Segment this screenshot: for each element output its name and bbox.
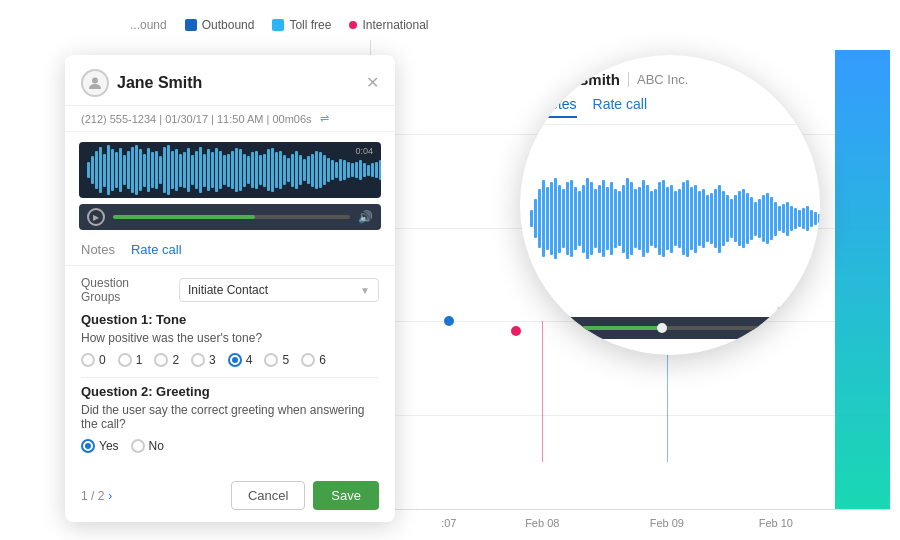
svg-point-0	[92, 78, 98, 84]
radio-1-circle	[118, 353, 132, 367]
legend-bar: ...ound Outbound Toll free International	[130, 18, 429, 32]
radio-6-circle	[301, 353, 315, 367]
zoom-company: ABC Inc.	[628, 72, 688, 87]
volume-button[interactable]: 🔊	[358, 210, 373, 224]
q1-opt-0[interactable]: 0	[81, 353, 106, 367]
pagination: 1 / 2 ›	[81, 489, 112, 503]
q1-opt-2[interactable]: 2	[154, 353, 179, 367]
close-button[interactable]: ✕	[366, 75, 379, 91]
radio-5-circle	[264, 353, 278, 367]
zoom-tab-ratecall[interactable]: Rate call	[593, 96, 647, 118]
zoom-tabs: Notes Rate call	[520, 96, 820, 125]
radio-4-circle	[228, 353, 242, 367]
tollfree-color	[272, 19, 284, 31]
q1-title: Question 1: Tone	[81, 312, 379, 327]
meta-link-icon[interactable]: ⇌	[320, 112, 329, 125]
divider	[81, 377, 379, 378]
legend-outbound: Outbound	[185, 18, 255, 32]
select-chevron-icon: ▼	[360, 285, 370, 296]
question-group-select[interactable]: Initiate Contact ▼	[179, 278, 379, 302]
modal-tabs: Notes Rate call	[65, 234, 395, 266]
modal-header: Jane Smith ✕	[65, 55, 395, 106]
blue-accent-bar	[835, 50, 890, 509]
q2-title: Question 2: Greeting	[81, 384, 379, 399]
avatar	[81, 69, 109, 97]
radio-0-circle	[81, 353, 95, 367]
next-page-arrow[interactable]: ›	[108, 489, 112, 503]
modal-card: Jane Smith ✕ (212) 555-1234 | 01/30/17 |…	[65, 55, 395, 522]
h-line-4	[371, 415, 890, 416]
question-group-row: Question Groups Initiate Contact ▼	[81, 276, 379, 304]
play-button[interactable]: ▶	[87, 208, 105, 226]
intl-color	[349, 21, 357, 29]
waveform-container: 0:04	[79, 142, 381, 198]
waveform-bars	[79, 142, 381, 198]
date-label-4: Feb 10	[759, 517, 793, 529]
question-group-label: Question Groups	[81, 276, 171, 304]
legend-international: International	[349, 18, 428, 32]
tab-notes[interactable]: Notes	[81, 242, 115, 261]
date-label-2: Feb 08	[525, 517, 559, 529]
date-label-3: Feb 09	[650, 517, 684, 529]
q1-opt-6[interactable]: 6	[301, 353, 326, 367]
zoom-progress-thumb	[657, 323, 667, 333]
date-label-1: :07	[441, 517, 456, 529]
modal-name: Jane Smith	[117, 74, 202, 92]
playbar: ▶ 🔊	[79, 204, 381, 230]
legend-tollfree: Toll free	[272, 18, 331, 32]
q2-radio-row: Yes No	[81, 439, 379, 453]
question-group-value: Initiate Contact	[188, 283, 268, 297]
zoom-waveform	[520, 125, 820, 304]
progress-fill	[113, 215, 255, 219]
q2-opt-yes[interactable]: Yes	[81, 439, 119, 453]
modal-body: Question Groups Initiate Contact ▼ Quest…	[65, 266, 395, 473]
q1-opt-3[interactable]: 3	[191, 353, 216, 367]
q2-subtitle: Did the user say the correct greeting wh…	[81, 403, 379, 431]
tab-ratecall[interactable]: Rate call	[131, 242, 182, 261]
waveform-time: 0:04	[355, 146, 373, 156]
radio-dot-4	[232, 357, 238, 363]
radio-no-circle	[131, 439, 145, 453]
zoom-progress-track[interactable]	[582, 326, 782, 330]
pagination-text: 1 / 2	[81, 489, 104, 503]
zoom-progress-fill	[582, 326, 662, 330]
radio-2-circle	[154, 353, 168, 367]
cancel-button[interactable]: Cancel	[231, 481, 305, 510]
modal-meta: (212) 555-1234 | 01/30/17 | 11:50 AM | 0…	[65, 106, 395, 132]
radio-yes-circle	[81, 439, 95, 453]
radio-dot-yes	[85, 443, 91, 449]
q1-opt-1[interactable]: 1	[118, 353, 143, 367]
meta-text: (212) 555-1234 | 01/30/17 | 11:50 AM | 0…	[81, 113, 312, 125]
zoom-overlay: Jane Smith ABC Inc. Notes Rate call 00:1…	[520, 55, 820, 355]
q2-opt-no[interactable]: No	[131, 439, 164, 453]
save-button[interactable]: Save	[313, 481, 379, 510]
q1-opt-5[interactable]: 5	[264, 353, 289, 367]
progress-track[interactable]	[113, 215, 350, 219]
radio-3-circle	[191, 353, 205, 367]
q1-subtitle: How positive was the user's tone?	[81, 331, 379, 345]
chart-dot-1	[511, 326, 521, 336]
chart-dot-5	[444, 316, 454, 326]
modal-title-area: Jane Smith	[81, 69, 202, 97]
q1-radio-row: 0 1 2 3 4 5	[81, 353, 379, 367]
footer-buttons: Cancel Save	[231, 481, 379, 510]
modal-footer: 1 / 2 › Cancel Save	[65, 473, 395, 522]
outbound-color	[185, 19, 197, 31]
q1-opt-4[interactable]: 4	[228, 353, 253, 367]
vertical-line-1	[542, 321, 543, 462]
